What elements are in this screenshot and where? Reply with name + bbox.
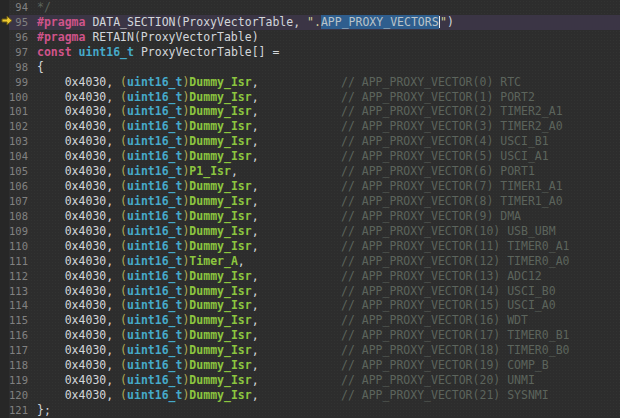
code-token: P1_Isr	[189, 164, 231, 178]
line-number[interactable]: 103	[9, 134, 28, 149]
code-token: ,	[252, 358, 259, 372]
line-number[interactable]: 101	[9, 104, 28, 119]
code-editor[interactable]: 94*/95#pragma DATA_SECTION(ProxyVectorTa…	[0, 0, 620, 418]
code-line[interactable]: 115 0x4030, (uint16_t)Dummy_Isr,// APP_P…	[0, 313, 620, 328]
line-number[interactable]: 115	[9, 313, 28, 328]
line-comment: // APP_PROXY_VECTOR(12) TIMER0_A0	[341, 254, 569, 269]
code-line[interactable]: 107 0x4030, (uint16_t)Dummy_Isr,// APP_P…	[0, 194, 620, 209]
code-line[interactable]: 114 0x4030, (uint16_t)Dummy_Isr,// APP_P…	[0, 298, 620, 313]
code-token: 0x4030,	[37, 119, 120, 133]
code-text: 0x4030, (uint16_t)Dummy_Isr,	[37, 104, 259, 119]
line-number[interactable]: 105	[9, 164, 28, 179]
code-token: ProxyVectorTable[] =	[134, 45, 279, 59]
code-text: {	[37, 60, 44, 75]
code-token: */	[37, 0, 51, 14]
code-text: 0x4030, (uint16_t)Dummy_Isr,	[37, 284, 259, 299]
line-number[interactable]: 121	[9, 403, 28, 418]
code-line[interactable]: 121};	[0, 403, 620, 418]
code-token: uint16_t	[127, 284, 182, 298]
line-number[interactable]: 98	[9, 60, 28, 75]
line-number[interactable]: 116	[9, 328, 28, 343]
line-number[interactable]: 113	[9, 284, 28, 299]
code-token: uint16_t	[127, 104, 182, 118]
code-line[interactable]: 111 0x4030, (uint16_t)Timer_A,// APP_PRO…	[0, 254, 620, 269]
code-token: ,	[252, 313, 259, 327]
line-number[interactable]: 104	[9, 149, 28, 164]
code-line[interactable]: 99 0x4030, (uint16_t)Dummy_Isr,// APP_PR…	[0, 75, 620, 90]
code-line[interactable]: 106 0x4030, (uint16_t)Dummy_Isr,// APP_P…	[0, 179, 620, 194]
code-token: 0x4030,	[37, 179, 120, 193]
line-comment: // APP_PROXY_VECTOR(9) DMA	[341, 209, 521, 224]
line-number[interactable]: 100	[9, 90, 28, 105]
line-number[interactable]: 109	[9, 224, 28, 239]
code-line[interactable]: 120 0x4030, (uint16_t)Dummy_Isr,// APP_P…	[0, 388, 620, 403]
code-area[interactable]: 94*/95#pragma DATA_SECTION(ProxyVectorTa…	[0, 0, 620, 418]
line-number[interactable]: 111	[9, 254, 28, 269]
code-line[interactable]: 97const uint16_t ProxyVectorTable[] =	[0, 45, 620, 60]
code-token: ,	[231, 164, 238, 178]
line-number[interactable]: 102	[9, 119, 28, 134]
selected-text: APP_PROXY_VECTORS	[321, 15, 439, 29]
code-line-current[interactable]: 95#pragma DATA_SECTION(ProxyVectorTable,…	[0, 15, 620, 30]
line-number[interactable]: 107	[9, 194, 28, 209]
code-token	[72, 45, 79, 59]
line-number[interactable]: 96	[9, 30, 28, 45]
code-line[interactable]: 117 0x4030, (uint16_t)Dummy_Isr,// APP_P…	[0, 343, 620, 358]
code-text: 0x4030, (uint16_t)Timer_A,	[37, 254, 245, 269]
line-number[interactable]: 106	[9, 179, 28, 194]
code-line[interactable]: 98{	[0, 60, 620, 75]
code-line[interactable]: 119 0x4030, (uint16_t)Dummy_Isr,// APP_P…	[0, 373, 620, 388]
code-token: (	[120, 75, 127, 89]
code-line[interactable]: 103 0x4030, (uint16_t)Dummy_Isr,// APP_P…	[0, 134, 620, 149]
code-token: {	[37, 60, 44, 74]
line-number[interactable]: 118	[9, 358, 28, 373]
code-token: uint16_t	[127, 298, 182, 312]
code-token: Dummy_Isr	[189, 388, 251, 402]
line-number[interactable]: 94	[9, 0, 28, 15]
code-line[interactable]: 116 0x4030, (uint16_t)Dummy_Isr,// APP_P…	[0, 328, 620, 343]
code-text: 0x4030, (uint16_t)Dummy_Isr,	[37, 119, 259, 134]
line-number[interactable]: 114	[9, 298, 28, 313]
code-token: uint16_t	[127, 164, 182, 178]
code-token: uint16_t	[127, 239, 182, 253]
code-line[interactable]: 108 0x4030, (uint16_t)Dummy_Isr,// APP_P…	[0, 209, 620, 224]
line-number[interactable]: 99	[9, 75, 28, 90]
code-token: (	[120, 239, 127, 253]
code-line[interactable]: 105 0x4030, (uint16_t)P1_Isr,// APP_PROX…	[0, 164, 620, 179]
code-line[interactable]: 113 0x4030, (uint16_t)Dummy_Isr,// APP_P…	[0, 284, 620, 299]
code-line[interactable]: 110 0x4030, (uint16_t)Dummy_Isr,// APP_P…	[0, 239, 620, 254]
code-token: 0x4030,	[37, 373, 120, 387]
line-number[interactable]: 112	[9, 269, 28, 284]
instruction-pointer-arrow-icon[interactable]	[1, 15, 13, 26]
code-token: Timer_A	[189, 254, 237, 268]
line-comment: // APP_PROXY_VECTOR(4) USCI_B1	[341, 134, 549, 149]
code-line[interactable]: 96#pragma RETAIN(ProxyVectorTable)	[0, 30, 620, 45]
code-line[interactable]: 109 0x4030, (uint16_t)Dummy_Isr,// APP_P…	[0, 224, 620, 239]
code-token: 0x4030,	[37, 149, 120, 163]
code-token: ,	[252, 298, 259, 312]
line-number[interactable]: 119	[9, 373, 28, 388]
code-line[interactable]: 118 0x4030, (uint16_t)Dummy_Isr,// APP_P…	[0, 358, 620, 373]
line-number[interactable]: 117	[9, 343, 28, 358]
code-token: Dummy_Isr	[189, 373, 251, 387]
line-number[interactable]: 97	[9, 45, 28, 60]
line-number[interactable]: 110	[9, 239, 28, 254]
code-token: (	[120, 358, 127, 372]
line-comment: // APP_PROXY_VECTOR(2) TIMER2_A1	[341, 104, 563, 119]
line-number[interactable]: 120	[9, 388, 28, 403]
code-token: 0x4030,	[37, 269, 120, 283]
line-number[interactable]: 108	[9, 209, 28, 224]
code-line[interactable]: 102 0x4030, (uint16_t)Dummy_Isr,// APP_P…	[0, 119, 620, 134]
code-line[interactable]: 112 0x4030, (uint16_t)Dummy_Isr,// APP_P…	[0, 269, 620, 284]
code-line[interactable]: 100 0x4030, (uint16_t)Dummy_Isr,// APP_P…	[0, 90, 620, 105]
code-token: ".	[307, 15, 321, 29]
code-token: (	[120, 328, 127, 342]
code-token: (	[120, 164, 127, 178]
marker-bar[interactable]	[0, 0, 9, 418]
code-line[interactable]: 94*/	[0, 0, 620, 15]
code-token: Dummy_Isr	[189, 75, 251, 89]
line-comment: // APP_PROXY_VECTOR(15) USCI_A0	[341, 298, 556, 313]
code-line[interactable]: 101 0x4030, (uint16_t)Dummy_Isr,// APP_P…	[0, 104, 620, 119]
code-token: 0x4030,	[37, 90, 120, 104]
code-line[interactable]: 104 0x4030, (uint16_t)Dummy_Isr,// APP_P…	[0, 149, 620, 164]
